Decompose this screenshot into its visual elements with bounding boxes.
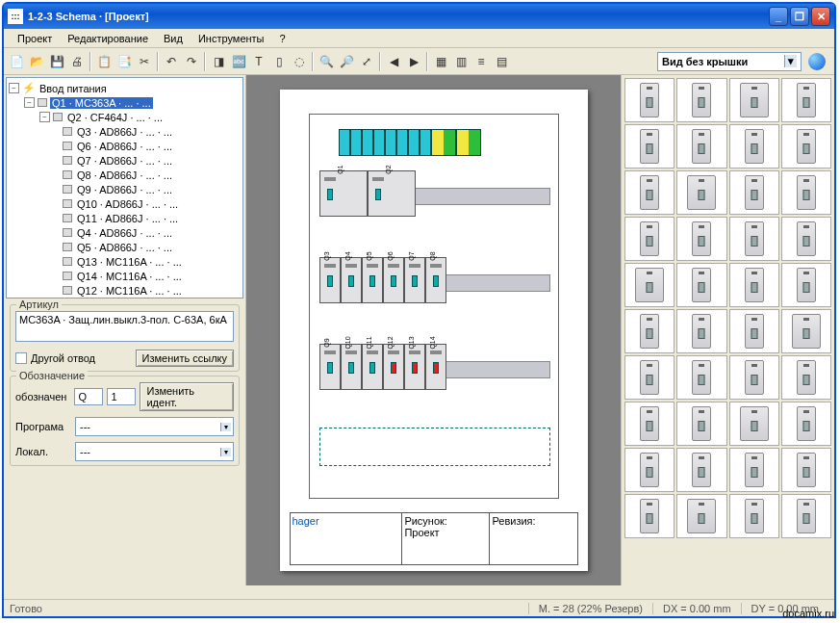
palette-item[interactable] xyxy=(781,494,831,538)
palette-item[interactable] xyxy=(781,309,831,353)
tool-a-icon[interactable]: ◨ xyxy=(209,52,228,71)
program-dropdown[interactable]: --- ▾ xyxy=(75,417,234,436)
zoom-fit-icon[interactable]: ⤢ xyxy=(357,52,376,71)
palette-item[interactable] xyxy=(624,402,675,446)
minimize-button[interactable]: _ xyxy=(769,7,788,26)
palette-item[interactable] xyxy=(676,170,726,215)
module-Q4[interactable]: Q4 xyxy=(341,257,362,303)
module-Q14[interactable]: Q14 xyxy=(425,344,446,390)
cut-icon[interactable]: ✂ xyxy=(135,52,154,71)
save-icon[interactable]: 💾 xyxy=(47,52,66,71)
palette-item[interactable] xyxy=(624,217,675,261)
tool-d-icon[interactable]: ▯ xyxy=(269,52,289,71)
tool-c-icon[interactable]: T xyxy=(249,52,268,71)
globe-icon[interactable] xyxy=(808,53,826,70)
palette-item[interactable] xyxy=(624,170,675,215)
tool-b-icon[interactable]: 🔤 xyxy=(229,52,248,71)
tool-e-icon[interactable]: ◌ xyxy=(290,52,309,71)
collapse-icon[interactable]: − xyxy=(9,83,19,93)
new-icon[interactable]: 📄 xyxy=(7,52,26,71)
palette-item[interactable] xyxy=(781,355,831,400)
menu-help[interactable]: ? xyxy=(272,31,293,46)
redo-icon[interactable]: ↷ xyxy=(182,52,201,71)
palette-item[interactable] xyxy=(676,124,726,169)
module-Q1[interactable]: Q1 xyxy=(319,170,368,217)
alt-feed-checkbox[interactable] xyxy=(15,352,27,364)
page-next-icon[interactable]: ▶ xyxy=(404,52,423,71)
module-Q13[interactable]: Q13 xyxy=(404,344,425,390)
tree-leaf[interactable]: Q8 · AD866J · ... · ... xyxy=(9,168,241,182)
zoom-out-icon[interactable]: 🔎 xyxy=(337,52,356,71)
tree-node-q2[interactable]: − Q2 · CF464J · ... · ... xyxy=(9,110,241,124)
palette-item[interactable] xyxy=(729,217,779,261)
palette-item[interactable] xyxy=(676,263,726,307)
palette-item[interactable] xyxy=(624,309,675,353)
palette-item[interactable] xyxy=(676,217,726,261)
copy2-icon[interactable]: 📑 xyxy=(115,52,134,71)
module-Q11[interactable]: Q11 xyxy=(362,344,383,390)
menu-tools[interactable]: Инструменты xyxy=(191,31,272,46)
palette-item[interactable] xyxy=(624,263,675,307)
palette-item[interactable] xyxy=(676,78,726,122)
palette-item[interactable] xyxy=(624,124,675,169)
tree-node-q1[interactable]: − Q1 · MC363A · ... · ... xyxy=(9,95,241,110)
change-ident-button[interactable]: Изменить идент. xyxy=(140,382,234,411)
palette-item[interactable] xyxy=(729,494,779,538)
palette-item[interactable] xyxy=(729,402,779,446)
drawing-canvas[interactable]: Q1Q2 Q3Q4Q5Q6Q7Q8 Q9Q10Q11Q12Q13Q14 hage… xyxy=(246,75,621,585)
grid-icon[interactable]: ▦ xyxy=(431,52,450,71)
layers-icon[interactable]: ≡ xyxy=(471,52,491,71)
menu-project[interactable]: Проект xyxy=(10,31,60,46)
tree-leaf[interactable]: Q6 · AD866J · ... · ... xyxy=(9,139,241,153)
module-Q3[interactable]: Q3 xyxy=(319,257,341,303)
palette-item[interactable] xyxy=(624,494,675,538)
tree-leaf[interactable]: Q4 · AD866J · ... · ... xyxy=(9,225,241,240)
tree-leaf[interactable]: Q12 · MC116A · ... · ... xyxy=(9,283,241,298)
palette-item[interactable] xyxy=(729,448,779,492)
tree-leaf[interactable]: Q3 · AD866J · ... · ... xyxy=(9,124,241,139)
menu-edit[interactable]: Редактирование xyxy=(60,31,156,46)
palette-item[interactable] xyxy=(781,217,831,261)
palette-item[interactable] xyxy=(729,124,779,169)
palette-item[interactable] xyxy=(781,448,831,492)
palette-item[interactable] xyxy=(729,355,779,400)
palette-item[interactable] xyxy=(676,309,726,353)
palette-item[interactable] xyxy=(729,263,779,307)
copy-icon[interactable]: 📋 xyxy=(94,52,114,71)
module-Q2[interactable]: Q2 xyxy=(368,170,416,217)
palette-item[interactable] xyxy=(781,170,831,215)
palette-item[interactable] xyxy=(676,402,726,446)
print-icon[interactable]: 🖨 xyxy=(67,52,87,71)
component-palette[interactable] xyxy=(621,75,834,585)
palette-item[interactable] xyxy=(676,494,726,538)
palette-item[interactable] xyxy=(676,448,726,492)
local-dropdown[interactable]: --- ▾ xyxy=(75,442,234,461)
palette-item[interactable] xyxy=(729,78,779,122)
tree-leaf[interactable]: Q7 · AD866J · ... · ... xyxy=(9,153,241,168)
close-button[interactable]: ✕ xyxy=(811,7,830,26)
palette-item[interactable] xyxy=(729,170,779,215)
open-icon[interactable]: 📂 xyxy=(27,52,46,71)
palette-item[interactable] xyxy=(624,355,675,400)
zoom-in-icon[interactable]: 🔍 xyxy=(317,52,336,71)
palette-item[interactable] xyxy=(781,402,831,446)
module-Q5[interactable]: Q5 xyxy=(362,257,383,303)
palette-item[interactable] xyxy=(781,124,831,169)
undo-icon[interactable]: ↶ xyxy=(162,52,181,71)
collapse-icon[interactable]: − xyxy=(39,112,50,122)
palette-item[interactable] xyxy=(676,355,726,400)
tree-leaf[interactable]: Q5 · AD866J · ... · ... xyxy=(9,240,241,254)
palette-item[interactable] xyxy=(781,263,831,307)
menu-view[interactable]: Вид xyxy=(156,31,191,46)
module-Q6[interactable]: Q6 xyxy=(383,257,404,303)
tree-leaf[interactable]: Q9 · AD866J · ... · ... xyxy=(9,182,241,196)
tree-leaf[interactable]: Q11 · AD866J · ... · ... xyxy=(9,211,241,225)
settings-icon[interactable]: ▤ xyxy=(492,52,511,71)
tree-leaf[interactable]: Q13 · MC116A · ... · ... xyxy=(9,254,241,269)
tree-leaf[interactable]: Q10 · AD866J · ... · ... xyxy=(9,196,241,211)
module-Q10[interactable]: Q10 xyxy=(341,344,362,390)
project-tree[interactable]: − ⚡ Ввод питания − Q1 · MC363A · ... · .… xyxy=(6,77,243,299)
change-link-button[interactable]: Изменить ссылку xyxy=(136,350,234,367)
collapse-icon[interactable]: − xyxy=(24,97,35,108)
module-Q8[interactable]: Q8 xyxy=(425,257,446,303)
